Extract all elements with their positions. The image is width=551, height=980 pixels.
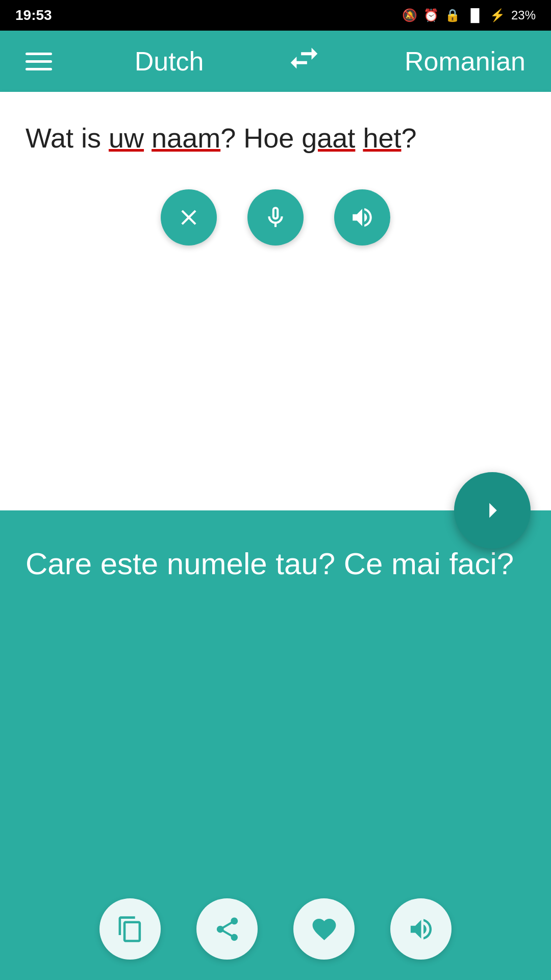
target-actions: [0, 898, 551, 960]
target-text: Care este numele tau? Ce mai faci?: [26, 541, 525, 587]
speak-source-button[interactable]: [334, 189, 390, 246]
source-word-gaat: gaat: [302, 122, 355, 153]
source-word-het: het: [363, 122, 401, 153]
microphone-button[interactable]: [247, 189, 304, 246]
charging-icon: ⚡: [490, 8, 505, 22]
signal-icon: ▐▌: [466, 8, 484, 22]
status-icons: 🔕 ⏰ 🔒 ▐▌ ⚡ 23%: [402, 8, 536, 22]
source-word-uw: uw: [109, 122, 144, 153]
target-panel: Care este numele tau? Ce mai faci?: [0, 510, 551, 980]
menu-button[interactable]: [26, 53, 52, 70]
copy-button[interactable]: [99, 898, 161, 960]
clear-button[interactable]: [161, 189, 217, 246]
source-word-naam: naam: [152, 122, 220, 153]
status-bar: 19:53 🔕 ⏰ 🔒 ▐▌ ⚡ 23%: [0, 0, 551, 31]
favorite-button[interactable]: [293, 898, 355, 960]
notification-mute-icon: 🔕: [402, 8, 417, 22]
target-language-button[interactable]: Romanian: [405, 46, 525, 77]
share-button[interactable]: [196, 898, 258, 960]
source-actions: [26, 189, 525, 261]
source-language-button[interactable]: Dutch: [135, 46, 204, 77]
swap-languages-button[interactable]: [286, 40, 322, 83]
source-panel: Wat is uw naam? Hoe gaat het?: [0, 92, 551, 510]
alarm-icon: ⏰: [423, 8, 439, 22]
battery-label: 23%: [511, 8, 536, 22]
translate-button[interactable]: [454, 472, 531, 549]
toolbar: Dutch Romanian: [0, 31, 551, 92]
time: 19:53: [15, 7, 52, 23]
lock-icon: 🔒: [445, 8, 460, 22]
speak-translation-button[interactable]: [390, 898, 452, 960]
source-text[interactable]: Wat is uw naam? Hoe gaat het?: [26, 117, 525, 159]
